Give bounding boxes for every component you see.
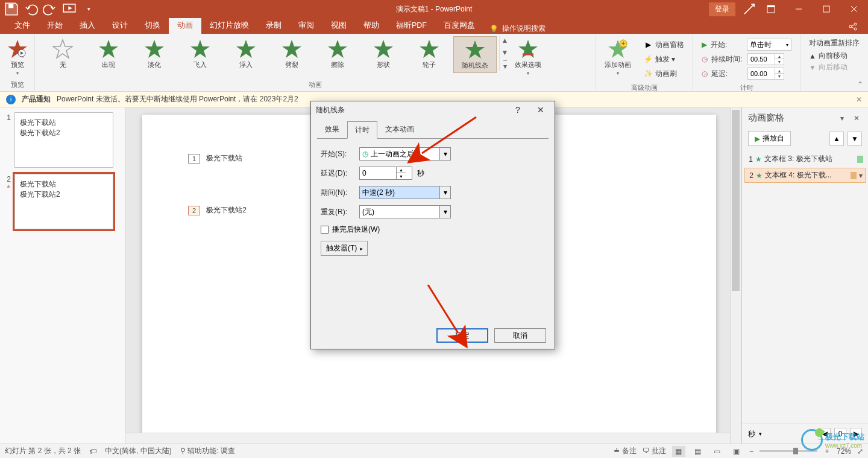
spellcheck-icon[interactable]: 🏷 bbox=[89, 447, 96, 456]
svg-marker-18 bbox=[190, 40, 210, 58]
effect-淡化[interactable]: 淡化 bbox=[133, 36, 176, 72]
delay-input[interactable]: ▲▼ bbox=[359, 167, 412, 180]
tab-baidu[interactable]: 百度网盘 bbox=[435, 17, 483, 34]
repeat-combobox[interactable]: (无)▾ bbox=[359, 205, 451, 218]
effect-无[interactable]: 无 bbox=[41, 36, 84, 72]
move-down-button[interactable]: ▼ bbox=[848, 132, 862, 146]
period-combobox[interactable]: 中速(2 秒)▾ bbox=[359, 186, 451, 199]
tab-foxit[interactable]: 福昕PDF bbox=[388, 17, 435, 34]
tab-insert[interactable]: 插入 bbox=[71, 17, 104, 34]
qat-more-icon[interactable]: ▾ bbox=[81, 1, 96, 17]
redo-icon[interactable] bbox=[42, 1, 58, 17]
tab-design[interactable]: 设计 bbox=[104, 17, 136, 34]
anim-item-1[interactable]: 1★文本框 3: 极光下载站 bbox=[744, 152, 866, 166]
chevron-down-icon[interactable]: ▾ bbox=[439, 206, 450, 218]
slideshow-view-icon[interactable]: ▣ bbox=[730, 446, 743, 457]
trigger-button[interactable]: ⚡触发 ▾ bbox=[643, 52, 684, 66]
svg-marker-20 bbox=[282, 40, 301, 58]
tab-slideshow[interactable]: 幻灯片放映 bbox=[201, 17, 257, 34]
effect-浮入[interactable]: 浮入 bbox=[224, 36, 268, 72]
pane-menu-icon[interactable]: ▾ bbox=[838, 113, 846, 124]
coming-soon-icon[interactable] bbox=[741, 1, 757, 17]
effects-gallery-more[interactable]: ▲▼▾ bbox=[499, 36, 509, 71]
tab-transition[interactable]: 切换 bbox=[136, 17, 169, 34]
slide-textbox-1[interactable]: 1 极光下载站 bbox=[188, 153, 242, 164]
tab-view[interactable]: 视图 bbox=[322, 17, 355, 34]
star-icon bbox=[98, 39, 119, 59]
effect-options-button[interactable]: 效果选项▾ bbox=[511, 36, 545, 78]
minimize-button[interactable] bbox=[785, 0, 813, 18]
thumbnail-panel: 1极光下载站极光下载站22★极光下载站极光下载站2 bbox=[0, 107, 125, 444]
trigger-button[interactable]: 触发器(T)▾ bbox=[321, 241, 368, 256]
start-select[interactable]: 单击时▾ bbox=[747, 39, 791, 51]
clock-icon: ◷ bbox=[702, 55, 708, 63]
horizontal-scrollbar[interactable] bbox=[125, 433, 730, 444]
slide-textbox-2[interactable]: 2 极光下载站2 bbox=[188, 205, 247, 215]
thumbnail-2[interactable]: 2★极光下载站极光下载站2 bbox=[2, 174, 122, 229]
effect-形状[interactable]: 形状 bbox=[362, 36, 405, 72]
duration-spinner[interactable]: ▲▼ bbox=[747, 53, 784, 65]
dialog-tab-timing[interactable]: 计时 bbox=[347, 121, 377, 139]
rewind-checkbox[interactable]: 播完后快退(W) bbox=[321, 224, 545, 235]
share-button[interactable] bbox=[844, 20, 862, 34]
tab-animation[interactable]: 动画 bbox=[169, 17, 201, 34]
effect-轮子[interactable]: 轮子 bbox=[407, 36, 451, 72]
tab-home[interactable]: 开始 bbox=[39, 17, 71, 34]
notes-button[interactable]: ≐ 备注 bbox=[614, 446, 636, 456]
chevron-down-icon[interactable]: ▾ bbox=[859, 171, 863, 180]
tab-help[interactable]: 帮助 bbox=[355, 17, 388, 34]
delay-spinner[interactable]: ▲▼ bbox=[747, 68, 784, 80]
cancel-button[interactable]: 取消 bbox=[494, 328, 546, 343]
move-back-button: ▼向后移动 bbox=[809, 62, 860, 72]
chevron-down-icon[interactable]: ▾ bbox=[439, 148, 450, 160]
dialog-tab-effect[interactable]: 效果 bbox=[317, 121, 347, 138]
slide-indicator[interactable]: 幻灯片 第 2 张，共 2 张 bbox=[5, 446, 81, 456]
effect-擦除[interactable]: 擦除 bbox=[316, 36, 359, 72]
move-forward-button[interactable]: ▲向前移动 bbox=[809, 51, 860, 61]
reading-view-icon[interactable]: ▭ bbox=[711, 446, 724, 457]
comments-button[interactable]: 🗨 批注 bbox=[643, 446, 666, 456]
maximize-button[interactable] bbox=[813, 0, 840, 18]
normal-view-icon[interactable]: ▦ bbox=[672, 446, 685, 457]
move-up-button[interactable]: ▲ bbox=[829, 132, 844, 146]
collapse-ribbon-icon[interactable]: ⌃ bbox=[857, 80, 863, 89]
chevron-down-icon[interactable]: ▾ bbox=[759, 431, 762, 437]
dialog-help-icon[interactable]: ? bbox=[509, 105, 527, 115]
svg-marker-21 bbox=[328, 40, 347, 58]
tab-file[interactable]: 文件 bbox=[6, 17, 39, 34]
anim-item-2[interactable]: 2★文本框 4: 极光下载...▾ bbox=[744, 168, 866, 183]
tab-record[interactable]: 录制 bbox=[257, 17, 290, 34]
zoom-out-button[interactable]: − bbox=[749, 447, 753, 456]
animation-painter-button[interactable]: ✨动画刷 bbox=[643, 67, 684, 80]
login-button[interactable]: 登录 bbox=[709, 2, 735, 16]
tab-review[interactable]: 审阅 bbox=[290, 17, 322, 34]
slideshow-start-icon[interactable] bbox=[61, 1, 77, 17]
effect-随机线条[interactable]: 随机线条 bbox=[453, 36, 497, 73]
effect-出现[interactable]: 出现 bbox=[87, 36, 130, 72]
effect-劈裂[interactable]: 劈裂 bbox=[270, 36, 313, 72]
ribbon-display-icon[interactable] bbox=[757, 0, 785, 18]
animation-pane-button[interactable]: ▶动画窗格 bbox=[643, 38, 684, 51]
add-animation-button[interactable]: +添加动画▾ bbox=[600, 36, 636, 78]
dialog-close-icon[interactable]: ✕ bbox=[532, 105, 550, 115]
sorter-view-icon[interactable]: ▤ bbox=[691, 446, 705, 457]
save-icon[interactable] bbox=[4, 1, 19, 17]
vertical-scrollbar[interactable] bbox=[730, 107, 741, 444]
ok-button[interactable]: 确定 bbox=[436, 328, 488, 343]
dialog-tab-textanim[interactable]: 文本动画 bbox=[377, 121, 422, 138]
effect-飞入[interactable]: 飞入 bbox=[178, 36, 222, 72]
tell-me[interactable]: 💡 操作说明搜索 bbox=[489, 24, 546, 34]
msgbar-close-icon[interactable]: ✕ bbox=[856, 95, 862, 104]
undo-icon[interactable] bbox=[23, 1, 39, 17]
language-indicator[interactable]: 中文(简体, 中国大陆) bbox=[105, 446, 172, 456]
pane-close-icon[interactable]: ✕ bbox=[851, 113, 862, 124]
chevron-down-icon[interactable]: ▾ bbox=[439, 186, 450, 199]
preview-button[interactable]: 预览▾ bbox=[4, 36, 31, 78]
accessibility-indicator[interactable]: ⚲ 辅助功能: 调查 bbox=[180, 446, 235, 456]
thumbnail-1[interactable]: 1极光下载站极光下载站2 bbox=[2, 112, 122, 168]
start-combobox[interactable]: ◷上一动画之后▾ bbox=[359, 147, 451, 161]
play-from-button[interactable]: ▶播放自 bbox=[748, 131, 791, 146]
close-button[interactable] bbox=[840, 0, 868, 18]
svg-marker-16 bbox=[99, 40, 118, 58]
status-bar: 幻灯片 第 2 张，共 2 张 🏷 中文(简体, 中国大陆) ⚲ 辅助功能: 调… bbox=[0, 444, 868, 458]
